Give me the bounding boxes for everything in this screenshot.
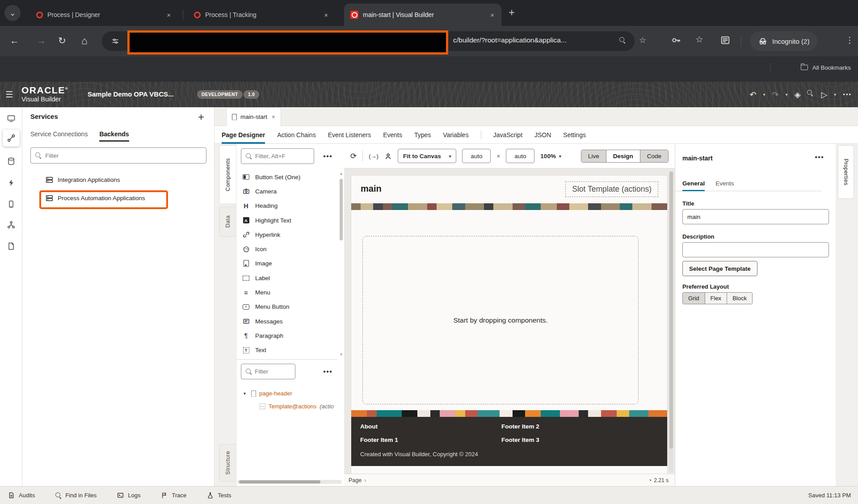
sitemap-icon[interactable] [4,217,19,232]
component-item[interactable]: Camera [236,184,337,198]
add-service-button[interactable]: + [198,111,204,123]
structure-filter-input[interactable] [255,368,290,375]
component-item[interactable]: Image [236,256,337,271]
component-item[interactable]: Button Set (One) [236,170,337,184]
browser-tab-active[interactable]: main-start | Visual Builder × [344,4,501,26]
mode-code-button[interactable]: Code [640,150,668,162]
select-page-template-button[interactable]: Select Page Template [682,261,757,276]
tab-settings[interactable]: Settings [563,126,586,144]
reload-icon[interactable]: ↻ [58,35,66,46]
tab-event-listeners[interactable]: Event Listeners [328,126,371,144]
service-connection-icon[interactable] [3,130,20,147]
services-filter[interactable] [30,147,206,164]
mode-design-button[interactable]: Design [606,150,640,162]
component-item[interactable]: HHeading [236,199,337,213]
extension-star-icon[interactable]: ☆ [695,34,703,45]
fit-to-canvas-select[interactable]: Fit to Canvas ▾ [398,149,457,163]
title-field[interactable] [682,209,829,224]
close-tab-icon[interactable]: × [323,11,329,19]
mobile-icon[interactable] [4,197,19,212]
doc-tab-main-start[interactable]: main-start × [226,107,281,126]
footer-link[interactable]: About [360,423,378,430]
tab-variables[interactable]: Variables [443,126,468,144]
tree-caret-icon[interactable]: ▾ [244,391,248,396]
audits-button[interactable]: Audits [8,492,35,499]
mode-live-button[interactable]: Live [581,150,606,162]
monitor-icon[interactable] [4,111,19,126]
bookmark-star-icon[interactable]: ☆ [639,35,646,45]
hamburger-menu-icon[interactable]: ☰ [5,89,13,100]
tab-json[interactable]: JSON [534,126,551,144]
component-item[interactable]: Hyperlink [236,227,337,242]
header-more-icon[interactable]: ••• [843,91,852,98]
components-scrollbar[interactable]: ▲ ▼ [339,172,343,357]
redo-icon[interactable]: ↷ [772,90,779,100]
components-menu-icon[interactable]: ••• [323,152,332,161]
close-doc-icon[interactable]: × [272,113,275,120]
tab-page-designer[interactable]: Page Designer [222,126,265,144]
password-key-icon[interactable] [671,35,681,45]
component-item[interactable]: TText [236,343,337,357]
footer-link[interactable]: Footer Item 1 [360,437,398,443]
reading-list-icon[interactable] [720,35,730,45]
tab-general[interactable]: General [682,176,705,191]
undo-menu-caret-icon[interactable]: ▾ [763,92,765,97]
tab-service-connections[interactable]: Service Connections [30,130,88,138]
slot-template-placeholder[interactable]: Slot Template (actions) [565,181,658,197]
component-item[interactable]: ≡Menu Button [236,300,337,314]
tree-node-page-header[interactable]: ▾ page-header [236,387,345,400]
logs-button[interactable]: Logs [117,492,140,499]
incognito-badge[interactable]: Incognito (2) [750,31,817,51]
component-drop-area[interactable]: Start by dropping components. [362,236,639,404]
back-icon[interactable]: ← [10,35,19,46]
site-info-icon[interactable] [112,38,119,45]
layout-block-button[interactable]: Block [727,293,752,304]
canvas-breadcrumb[interactable]: Page › [349,477,366,483]
services-filter-input[interactable] [45,152,202,159]
document-icon[interactable] [4,239,19,254]
run-menu-caret-icon[interactable]: ▾ [834,92,836,97]
scrollbar-thumb[interactable] [239,480,320,483]
app-title[interactable]: Sample Demo OPA VBCS... [88,90,174,98]
side-tab-structure[interactable]: Structure [219,444,236,482]
layout-grid-button[interactable]: Grid [683,293,705,304]
palette-horizontal-scrollbar[interactable] [237,480,342,484]
run-play-icon[interactable]: ▷ [821,90,827,100]
component-item[interactable]: ¶Paragraph [236,328,337,343]
canvas-height-input[interactable]: auto [506,149,534,163]
side-tab-properties[interactable]: Properties [838,145,854,199]
component-item[interactable]: Label [236,271,337,285]
breadcrumb-page[interactable]: Page [349,477,362,483]
properties-menu-icon[interactable]: ••• [815,153,824,162]
browser-tab-1[interactable]: Process | Designer × [30,4,178,26]
home-icon[interactable]: ⌂ [81,35,88,46]
database-icon[interactable] [4,154,19,169]
zoom-select[interactable]: 100% ▾ [540,153,561,160]
component-item[interactable]: Icon [236,242,337,256]
backend-item-integration[interactable]: Integration Applications [46,176,120,184]
page-heading[interactable]: main [361,184,382,194]
side-tab-components[interactable]: Components [219,145,236,204]
search-in-page-icon[interactable] [619,37,626,45]
component-item[interactable]: ≡Menu [236,285,337,299]
canvas-width-input[interactable]: auto [462,149,491,163]
browser-menu-icon[interactable]: ⋮ [845,35,854,45]
tests-button[interactable]: Tests [207,492,231,499]
scrollbar-thumb[interactable] [669,172,673,449]
processes-lightning-icon[interactable] [4,175,19,190]
undo-icon[interactable]: ↶ [749,90,756,100]
layout-flex-button[interactable]: Flex [705,293,727,304]
description-field[interactable] [682,242,829,257]
components-filter-input[interactable] [255,153,309,160]
tab-types[interactable]: Types [414,126,431,144]
footer-link[interactable]: Footer Item 3 [501,437,539,443]
tab-backends[interactable]: Backends [99,130,129,138]
tab-events[interactable]: Events [383,126,402,144]
new-tab-button[interactable]: + [509,7,515,18]
side-tab-data[interactable]: Data [219,206,236,237]
persona-icon[interactable] [384,152,392,160]
component-item[interactable]: AHighlight Text [236,213,337,227]
browser-tab-2[interactable]: Process | Tracking × [188,4,335,26]
trace-button[interactable]: Trace [161,492,186,499]
tree-node-template-actions[interactable]: Template@actions (actio [236,400,345,413]
